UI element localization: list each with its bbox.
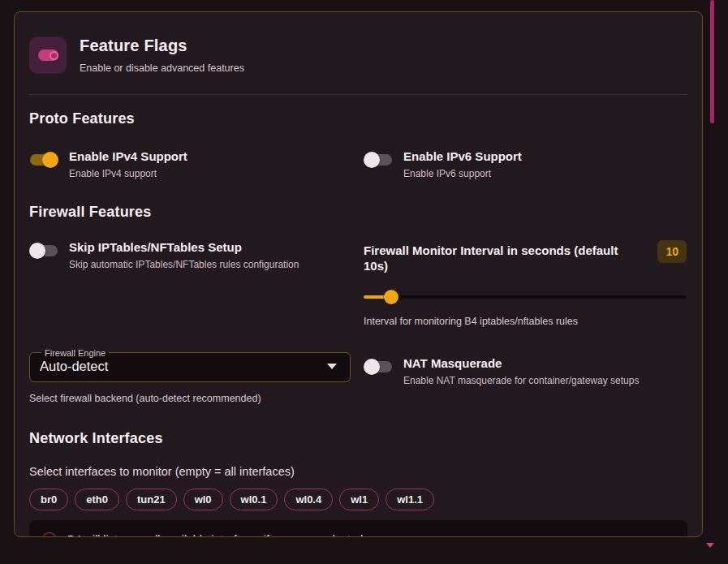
- interfaces-info-text: B4 will listen on all available interfac…: [67, 533, 366, 538]
- ipv4-toggle-description: Enable IPv4 support: [69, 168, 187, 179]
- interface-chip[interactable]: wl1.1: [386, 489, 434, 510]
- firewall-engine-group: Firewall Engine Auto-detect Select firew…: [29, 348, 351, 404]
- skip-iptables-toggle[interactable]: [29, 243, 58, 259]
- interface-chip[interactable]: tun21: [126, 489, 177, 510]
- nat-masquerade-description: Enable NAT masquerade for container/gate…: [403, 375, 639, 386]
- monitor-interval-description: Interval for monitoring B4 iptables/nfta…: [364, 316, 687, 327]
- ipv4-toggle[interactable]: [29, 152, 58, 168]
- interface-chip[interactable]: eth0: [75, 489, 119, 510]
- nat-masquerade-label: NAT Masquerade: [403, 356, 639, 370]
- toggle-glyph-icon: [38, 50, 58, 61]
- interface-chip[interactable]: wl0: [183, 489, 223, 510]
- ipv6-toggle[interactable]: [364, 152, 393, 168]
- section-proto-features: Proto Features: [29, 110, 687, 127]
- interface-chip[interactable]: wl1: [339, 489, 379, 510]
- firewall-engine-description: Select firewall backend (auto-detect rec…: [29, 393, 351, 404]
- feature-flags-card: Feature Flags Enable or disable advanced…: [14, 11, 703, 537]
- monitor-interval-group: Firewall Monitor Interval in seconds (de…: [364, 240, 687, 327]
- firewall-engine-select-label: Firewall Engine: [41, 348, 109, 358]
- firewall-engine-selected-value: Auto-detect: [40, 359, 108, 374]
- skip-iptables-label: Skip IPTables/NFTables Setup: [69, 240, 299, 254]
- nat-masquerade-toggle-row: NAT Masquerade Enable NAT masquerade for…: [364, 348, 687, 404]
- page-title: Feature Flags: [80, 37, 244, 55]
- header-divider: [29, 94, 687, 95]
- skip-iptables-toggle-row: Skip IPTables/NFTables Setup Skip automa…: [29, 240, 351, 327]
- nat-masquerade-toggle[interactable]: [364, 359, 393, 375]
- interface-chip[interactable]: br0: [29, 489, 68, 510]
- firewall-grid-row2: Firewall Engine Auto-detect Select firew…: [29, 348, 687, 404]
- info-icon: i: [42, 532, 57, 538]
- header-text: Feature Flags Enable or disable advanced…: [80, 37, 244, 74]
- interface-chip[interactable]: wl0.1: [230, 489, 278, 510]
- toggle-icon: [29, 37, 67, 74]
- ipv4-toggle-label: Enable IPv4 Support: [69, 149, 187, 163]
- firewall-grid-row1: Skip IPTables/NFTables Setup Skip automa…: [29, 240, 687, 327]
- interfaces-hint: Select interfaces to monitor (empty = al…: [29, 465, 687, 478]
- monitor-interval-label: Firewall Monitor Interval in seconds (de…: [364, 240, 640, 274]
- card-header: Feature Flags Enable or disable advanced…: [29, 37, 687, 74]
- interface-chip[interactable]: wl0.4: [284, 489, 333, 510]
- ipv6-toggle-label: Enable IPv6 Support: [403, 149, 522, 163]
- proto-toggle-grid: Enable IPv4 Support Enable IPv4 support …: [29, 149, 687, 179]
- vertical-scrollbar-thumb[interactable]: [710, 0, 714, 123]
- interfaces-info-alert: i B4 will listen on all available interf…: [29, 520, 687, 538]
- ipv6-toggle-row: Enable IPv6 Support Enable IPv6 support: [364, 149, 687, 179]
- slider-track[interactable]: [364, 295, 687, 299]
- monitor-interval-value-badge: 10: [657, 240, 687, 263]
- page-subtitle: Enable or disable advanced features: [80, 62, 244, 74]
- interface-chips: br0eth0tun21wl0wl0.1wl0.4wl1wl1.1: [29, 489, 687, 510]
- scroll-down-indicator-icon[interactable]: [706, 543, 714, 548]
- firewall-engine-select[interactable]: Firewall Engine Auto-detect: [29, 348, 351, 382]
- chevron-down-icon: [327, 364, 337, 369]
- monitor-interval-slider[interactable]: [364, 289, 687, 305]
- skip-iptables-description: Skip automatic IPTables/NFTables rules c…: [69, 259, 299, 270]
- ipv6-toggle-description: Enable IPv6 support: [403, 168, 522, 179]
- section-firewall-features: Firewall Features: [29, 204, 687, 221]
- section-network-interfaces: Network Interfaces: [29, 430, 687, 447]
- ipv4-toggle-row: Enable IPv4 Support Enable IPv4 support: [29, 149, 351, 179]
- slider-thumb[interactable]: [384, 290, 398, 304]
